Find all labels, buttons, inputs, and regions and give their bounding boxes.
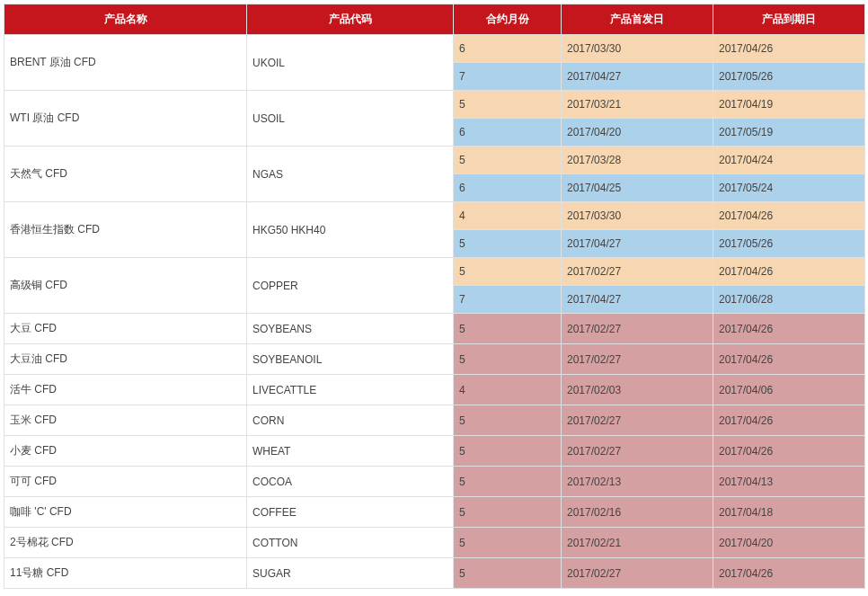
expiry-date-cell: 2017/04/19 [713,91,865,119]
table-row: 高级铜 CFDCOPPER52017/02/272017/04/26 [4,258,865,286]
expiry-date-cell: 2017/05/26 [713,63,865,91]
product-name-cell: 可可 CFD [4,467,247,497]
contract-month-cell: 5 [454,467,562,497]
table-row: 天然气 CFDNGAS52017/03/282017/04/24 [4,147,865,174]
col-header-code: 产品代码 [247,4,454,35]
product-name-cell: 活牛 CFD [4,375,247,405]
contract-month-cell: 5 [454,528,562,558]
contract-month-cell: 6 [454,119,562,147]
first-date-cell: 2017/02/27 [562,558,713,589]
table-row: 咖啡 'C' CFDCOFFEE52017/02/162017/04/18 [4,497,865,528]
first-date-cell: 2017/03/30 [562,202,713,230]
product-code-cell: NGAS [247,147,454,202]
expiry-date-cell: 2017/04/26 [713,258,865,286]
product-name-cell: 玉米 CFD [4,405,247,436]
contract-month-cell: 4 [454,375,562,405]
table-row: 大豆油 CFDSOYBEANOIL52017/02/272017/04/26 [4,344,865,375]
contract-month-cell: 5 [454,147,562,174]
expiry-date-cell: 2017/04/13 [713,467,865,497]
table-row: BRENT 原油 CFDUKOIL62017/03/302017/04/26 [4,35,865,63]
first-date-cell: 2017/02/27 [562,405,713,436]
first-date-cell: 2017/02/21 [562,528,713,558]
table-header-row: 产品名称 产品代码 合约月份 产品首发日 产品到期日 [4,4,865,35]
product-name-cell: 11号糖 CFD [4,558,247,589]
first-date-cell: 2017/04/27 [562,286,713,314]
expiry-date-cell: 2017/04/26 [713,202,865,230]
expiry-date-cell: 2017/05/24 [713,174,865,202]
product-code-cell: COTTON [247,528,454,558]
product-code-cell: UKOIL [247,35,454,91]
product-code-cell: CORN [247,405,454,436]
first-date-cell: 2017/03/30 [562,35,713,63]
expiry-date-cell: 2017/04/26 [713,558,865,589]
product-code-cell: COCOA [247,467,454,497]
product-name-cell: BRENT 原油 CFD [4,35,247,91]
first-date-cell: 2017/02/03 [562,375,713,405]
product-code-cell: SUGAR [247,558,454,589]
product-name-cell: WTI 原油 CFD [4,91,247,147]
product-name-cell: 高级铜 CFD [4,258,247,314]
product-name-cell: 香港恒生指数 CFD [4,202,247,258]
product-code-cell: LIVECATTLE [247,375,454,405]
product-name-cell: 咖啡 'C' CFD [4,497,247,528]
contract-month-cell: 7 [454,63,562,91]
contract-month-cell: 5 [454,558,562,589]
product-name-cell: 2号棉花 CFD [4,528,247,558]
first-date-cell: 2017/03/28 [562,147,713,174]
table-row: 活牛 CFDLIVECATTLE42017/02/032017/04/06 [4,375,865,405]
expiry-date-cell: 2017/05/19 [713,119,865,147]
product-code-cell: SOYBEANS [247,314,454,344]
first-date-cell: 2017/02/16 [562,497,713,528]
expiry-date-cell: 2017/04/24 [713,147,865,174]
first-date-cell: 2017/04/27 [562,230,713,258]
contract-month-cell: 4 [454,202,562,230]
first-date-cell: 2017/04/20 [562,119,713,147]
product-code-cell: HKG50 HKH40 [247,202,454,258]
contract-month-cell: 5 [454,436,562,467]
first-date-cell: 2017/02/27 [562,314,713,344]
expiry-date-cell: 2017/06/28 [713,286,865,314]
table-row: 2号棉花 CFDCOTTON52017/02/212017/04/20 [4,528,865,558]
contract-month-cell: 5 [454,258,562,286]
first-date-cell: 2017/02/13 [562,467,713,497]
col-header-name: 产品名称 [4,4,247,35]
table-row: 大豆 CFDSOYBEANS52017/02/272017/04/26 [4,314,865,344]
first-date-cell: 2017/02/27 [562,258,713,286]
product-name-cell: 大豆 CFD [4,314,247,344]
contract-month-cell: 5 [454,497,562,528]
product-code-cell: USOIL [247,91,454,147]
table-row: WTI 原油 CFDUSOIL52017/03/212017/04/19 [4,91,865,119]
expiry-date-cell: 2017/04/18 [713,497,865,528]
first-date-cell: 2017/02/27 [562,436,713,467]
first-date-cell: 2017/04/25 [562,174,713,202]
product-code-cell: WHEAT [247,436,454,467]
table-row: 可可 CFDCOCOA52017/02/132017/04/13 [4,467,865,497]
product-name-cell: 小麦 CFD [4,436,247,467]
first-date-cell: 2017/03/21 [562,91,713,119]
table-row: 小麦 CFDWHEAT52017/02/272017/04/26 [4,436,865,467]
product-code-cell: COFFEE [247,497,454,528]
expiry-date-cell: 2017/04/06 [713,375,865,405]
expiry-date-cell: 2017/05/26 [713,230,865,258]
product-code-cell: SOYBEANOIL [247,344,454,375]
contract-month-cell: 5 [454,314,562,344]
contract-month-cell: 5 [454,230,562,258]
col-header-expiry: 产品到期日 [713,4,865,35]
expiry-date-cell: 2017/04/26 [713,405,865,436]
first-date-cell: 2017/04/27 [562,63,713,91]
expiry-date-cell: 2017/04/20 [713,528,865,558]
product-code-cell: COPPER [247,258,454,314]
contract-month-cell: 6 [454,174,562,202]
contract-month-cell: 5 [454,405,562,436]
table-row: 玉米 CFDCORN52017/02/272017/04/26 [4,405,865,436]
col-header-first: 产品首发日 [562,4,713,35]
contract-month-cell: 5 [454,91,562,119]
table-row: 11号糖 CFDSUGAR52017/02/272017/04/26 [4,558,865,589]
col-header-month: 合约月份 [454,4,562,35]
product-table: 产品名称 产品代码 合约月份 产品首发日 产品到期日 BRENT 原油 CFDU… [4,4,865,589]
product-name-cell: 天然气 CFD [4,147,247,202]
first-date-cell: 2017/02/27 [562,344,713,375]
expiry-date-cell: 2017/04/26 [713,35,865,63]
contract-month-cell: 7 [454,286,562,314]
expiry-date-cell: 2017/04/26 [713,436,865,467]
